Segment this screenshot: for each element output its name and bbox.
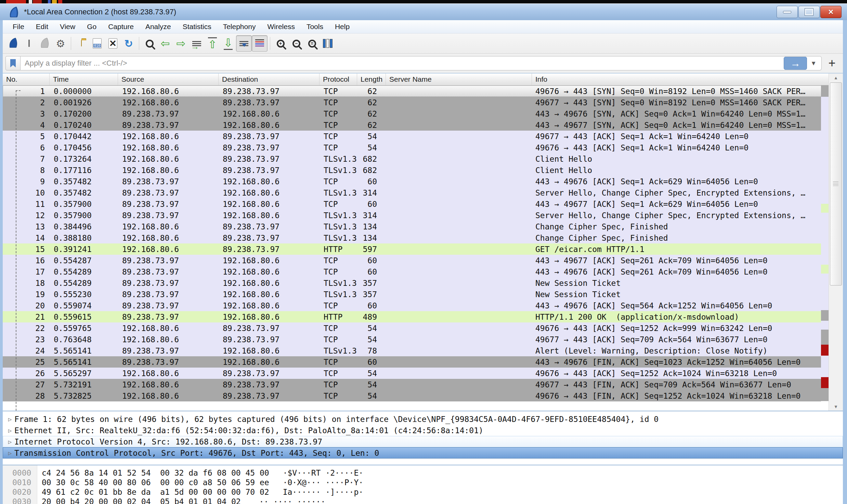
- open-file-button[interactable]: [74, 35, 89, 52]
- cell-time: 0.384496: [50, 222, 118, 231]
- detail-row[interactable]: ▷Frame 1: 62 bytes on wire (496 bits), 6…: [3, 413, 843, 425]
- packet-row[interactable]: 265.565297192.168.80.689.238.73.97TCP544…: [3, 368, 843, 379]
- packet-row[interactable]: 230.763648192.168.80.689.238.73.97TCP544…: [3, 334, 843, 345]
- vertical-scrollbar[interactable]: ▲ ▼: [829, 74, 843, 411]
- column-header-destination[interactable]: Destination: [219, 74, 320, 85]
- packet-row[interactable]: 20.001926192.168.80.689.238.73.97TCP6249…: [3, 97, 843, 108]
- scrollbar-minimap[interactable]: [821, 85, 829, 411]
- menu-item-analyze[interactable]: Analyze: [140, 20, 177, 33]
- close-file-button[interactable]: ✕: [105, 35, 121, 52]
- packet-row[interactable]: 255.56514189.238.73.97192.168.80.6TCP604…: [3, 356, 843, 368]
- expand-arrow-icon[interactable]: ▷: [5, 427, 14, 434]
- detail-row[interactable]: ▷Ethernet II, Src: RealtekU_32:da:f6 (52…: [3, 425, 843, 436]
- go-to-packet-icon: →: [192, 41, 201, 46]
- column-header-protocol[interactable]: Protocol: [320, 74, 357, 85]
- scroll-down-button[interactable]: ▼: [829, 402, 843, 411]
- menu-item-view[interactable]: View: [54, 20, 81, 33]
- hex-row[interactable]: 001000 30 0c 58 40 00 80 06 00 00 c0 a8 …: [3, 478, 843, 487]
- packet-row[interactable]: 160.55428789.238.73.97192.168.80.6TCP604…: [3, 255, 843, 266]
- go-back-button[interactable]: ⇦: [157, 35, 173, 52]
- expand-arrow-icon[interactable]: ▷: [5, 438, 14, 445]
- hex-row[interactable]: 003020 00 b4 20 00 00 02 04 05 b4 01 01 …: [3, 497, 843, 504]
- column-header-info[interactable]: Info: [532, 74, 843, 85]
- stop-capture-button[interactable]: [21, 35, 37, 52]
- column-header-no[interactable]: No.: [3, 74, 50, 85]
- menu-item-edit[interactable]: Edit: [30, 20, 54, 33]
- menu-item-help[interactable]: Help: [329, 20, 355, 33]
- packet-row[interactable]: 30.17020089.238.73.97192.168.80.6TCP6244…: [3, 108, 843, 119]
- reload-button[interactable]: ↻: [121, 35, 136, 52]
- auto-scroll-button[interactable]: [236, 35, 252, 52]
- menu-item-telephony[interactable]: Telephony: [217, 20, 262, 33]
- zoom-reset-button[interactable]: =: [304, 35, 320, 52]
- packet-row[interactable]: 220.559765192.168.80.689.238.73.97TCP544…: [3, 322, 843, 334]
- packet-row[interactable]: 180.55428989.238.73.97192.168.80.6TLSv1.…: [3, 277, 843, 289]
- menu-item-statistics[interactable]: Statistics: [177, 20, 217, 33]
- hex-row[interactable]: 002049 61 c2 0c 01 bb 8e da a1 5d 00 00 …: [3, 487, 843, 497]
- packet-row[interactable]: 245.56514189.238.73.97192.168.80.6TLSv1.…: [3, 345, 843, 356]
- packet-row[interactable]: 170.55428989.238.73.97192.168.80.6TCP604…: [3, 266, 843, 277]
- packet-row[interactable]: 140.388180192.168.80.689.238.73.97TLSv1.…: [3, 232, 843, 243]
- zoom-in-button[interactable]: +: [273, 35, 288, 52]
- packet-row[interactable]: 275.732191192.168.80.689.238.73.97TCP544…: [3, 379, 843, 390]
- hex-row[interactable]: 0000c4 24 56 8a 14 01 52 54 00 32 da f6 …: [3, 468, 843, 478]
- packet-row[interactable]: 150.391241192.168.80.689.238.73.97HTTP59…: [3, 243, 843, 255]
- minimize-button[interactable]: [777, 6, 798, 18]
- titlebar[interactable]: *Local Area Connection 2 (host 89.238.73…: [0, 4, 847, 21]
- start-capture-button[interactable]: [5, 35, 21, 52]
- maximize-button[interactable]: [798, 6, 820, 18]
- column-header-source[interactable]: Source: [118, 74, 219, 85]
- detail-row[interactable]: ▷Internet Protocol Version 4, Src: 192.1…: [3, 436, 843, 447]
- packet-row[interactable]: 100.35748289.238.73.97192.168.80.6TLSv1.…: [3, 187, 843, 198]
- scroll-up-button[interactable]: ▲: [829, 74, 843, 82]
- go-top-button[interactable]: ⇧: [205, 35, 220, 52]
- packet-row[interactable]: 60.170456192.168.80.689.238.73.97TCP5449…: [3, 142, 843, 153]
- packet-row[interactable]: 80.177116192.168.80.689.238.73.97TLSv1.3…: [3, 164, 843, 176]
- packet-row[interactable]: 210.55961589.238.73.97192.168.80.6HTTP48…: [3, 311, 843, 322]
- menu-item-capture[interactable]: Capture: [102, 20, 140, 33]
- apply-filter-button[interactable]: →: [784, 57, 807, 70]
- go-bottom-button[interactable]: ⇩: [220, 35, 236, 52]
- cell-time: 0.170456: [50, 143, 118, 152]
- packet-row[interactable]: 40.17024089.238.73.97192.168.80.6TCP6244…: [3, 119, 843, 131]
- close-button[interactable]: ✕: [820, 6, 842, 18]
- find-packet-button[interactable]: [142, 35, 157, 52]
- packet-row[interactable]: 130.384496192.168.80.689.238.73.97TLSv1.…: [3, 221, 843, 232]
- menu-item-go[interactable]: Go: [81, 20, 102, 33]
- filter-bookmark-button[interactable]: [5, 56, 21, 70]
- column-header-server-name[interactable]: Server Name: [386, 74, 532, 85]
- packet-row[interactable]: 200.55907489.238.73.97192.168.80.6TCP604…: [3, 300, 843, 311]
- save-file-button[interactable]: 010: [89, 35, 105, 52]
- expand-arrow-icon[interactable]: ▷: [5, 416, 14, 423]
- zoom-out-button[interactable]: −: [288, 35, 304, 52]
- packet-row[interactable]: 70.173264192.168.80.689.238.73.97TLSv1.3…: [3, 153, 843, 164]
- menu-item-wireless[interactable]: Wireless: [261, 20, 301, 33]
- packet-row[interactable]: 90.35748289.238.73.97192.168.80.6TCP6044…: [3, 176, 843, 187]
- packet-row[interactable]: 190.55523089.238.73.97192.168.80.6TLSv1.…: [3, 289, 843, 300]
- capture-options-button[interactable]: ⚙: [53, 35, 68, 52]
- scrollbar-thumb[interactable]: [830, 82, 842, 286]
- menu-item-file[interactable]: File: [7, 20, 30, 33]
- add-filter-button[interactable]: +: [824, 56, 839, 70]
- filter-dropdown-caret-icon[interactable]: ▼: [810, 60, 817, 67]
- column-header-time[interactable]: Time: [50, 74, 118, 85]
- packet-row[interactable]: 10.000000192.168.80.689.238.73.97TCP6249…: [3, 85, 843, 97]
- go-forward-button[interactable]: ⇨: [173, 35, 189, 52]
- go-to-packet-button[interactable]: →: [189, 35, 205, 52]
- cell-len: 62: [357, 98, 386, 107]
- cell-dst: 192.168.80.6: [219, 211, 320, 220]
- packet-row[interactable]: 110.35790089.238.73.97192.168.80.6TCP604…: [3, 198, 843, 210]
- packet-row[interactable]: 50.170442192.168.80.689.238.73.97TCP5449…: [3, 131, 843, 142]
- resize-columns-button[interactable]: [320, 35, 336, 52]
- packet-row[interactable]: 120.35790089.238.73.97192.168.80.6TLSv1.…: [3, 210, 843, 221]
- column-header-length[interactable]: Length: [357, 74, 386, 85]
- menu-item-tools[interactable]: Tools: [301, 20, 329, 33]
- colorize-button[interactable]: [252, 35, 268, 52]
- display-filter-input[interactable]: Apply a display filter ... <Ctrl-/> → ▼: [21, 56, 822, 70]
- restart-capture-button[interactable]: [37, 35, 53, 52]
- expand-arrow-icon[interactable]: ▷: [5, 450, 14, 456]
- cell-dst: 192.168.80.6: [219, 290, 320, 299]
- detail-row[interactable]: ▷Transmission Control Protocol, Src Port…: [3, 447, 843, 459]
- packet-row[interactable]: 285.732825192.168.80.689.238.73.97TCP544…: [3, 390, 843, 401]
- cell-time: 0.177116: [50, 166, 118, 175]
